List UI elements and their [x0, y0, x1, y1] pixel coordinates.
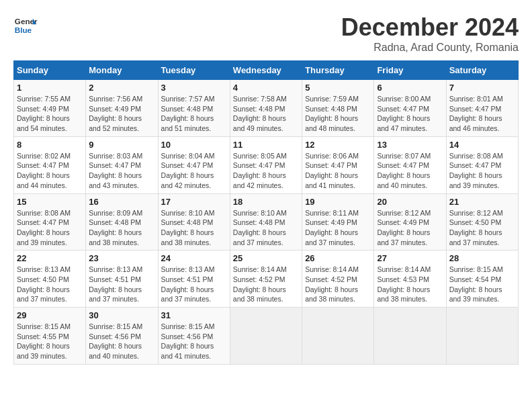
day-info: Sunrise: 8:06 AM Sunset: 4:47 PM Dayligh… [305, 151, 371, 191]
calendar-cell: 25Sunrise: 8:14 AM Sunset: 4:52 PM Dayli… [230, 250, 302, 308]
day-info: Sunrise: 8:15 AM Sunset: 4:56 PM Dayligh… [89, 322, 154, 361]
day-number: 29 [17, 310, 83, 320]
page-subtitle: Radna, Arad County, Romania [341, 42, 519, 54]
logo: General Blue [13, 13, 38, 38]
day-number: 16 [89, 197, 154, 207]
day-number: 10 [161, 140, 227, 150]
day-info: Sunrise: 7:58 AM Sunset: 4:48 PM Dayligh… [233, 94, 299, 134]
day-info: Sunrise: 8:14 AM Sunset: 4:52 PM Dayligh… [305, 265, 371, 304]
day-number: 3 [161, 83, 227, 93]
page-title: December 2024 [341, 13, 519, 42]
day-number: 17 [161, 197, 227, 207]
calendar-cell: 14Sunrise: 8:08 AM Sunset: 4:47 PM Dayli… [446, 136, 518, 193]
day-info: Sunrise: 8:08 AM Sunset: 4:47 PM Dayligh… [449, 151, 515, 191]
calendar-cell: 21Sunrise: 8:12 AM Sunset: 4:50 PM Dayli… [446, 193, 518, 250]
calendar-header-row: SundayMondayTuesdayWednesdayThursdayFrid… [14, 61, 519, 80]
day-info: Sunrise: 8:03 AM Sunset: 4:47 PM Dayligh… [89, 151, 154, 191]
logo-icon: General Blue [13, 13, 38, 38]
header-monday: Monday [86, 61, 158, 80]
day-number: 25 [233, 253, 299, 263]
day-number: 14 [449, 140, 515, 150]
day-info: Sunrise: 8:10 AM Sunset: 4:48 PM Dayligh… [233, 208, 299, 248]
day-info: Sunrise: 8:13 AM Sunset: 4:50 PM Dayligh… [17, 265, 83, 304]
calendar-week-5: 29Sunrise: 8:15 AM Sunset: 4:55 PM Dayli… [14, 308, 519, 365]
day-number: 11 [233, 140, 299, 150]
calendar-cell: 23Sunrise: 8:13 AM Sunset: 4:51 PM Dayli… [86, 250, 158, 308]
day-info: Sunrise: 8:04 AM Sunset: 4:47 PM Dayligh… [161, 151, 227, 191]
day-info: Sunrise: 8:12 AM Sunset: 4:49 PM Dayligh… [377, 208, 443, 248]
day-number: 4 [233, 83, 299, 93]
day-info: Sunrise: 8:10 AM Sunset: 4:48 PM Dayligh… [161, 208, 227, 248]
calendar-cell: 15Sunrise: 8:08 AM Sunset: 4:47 PM Dayli… [14, 193, 86, 250]
calendar-cell: 24Sunrise: 8:13 AM Sunset: 4:51 PM Dayli… [158, 250, 230, 308]
calendar-cell: 16Sunrise: 8:09 AM Sunset: 4:48 PM Dayli… [86, 193, 158, 250]
day-number: 24 [161, 253, 227, 263]
day-info: Sunrise: 7:57 AM Sunset: 4:48 PM Dayligh… [161, 94, 227, 134]
calendar-cell: 5Sunrise: 7:59 AM Sunset: 4:48 PM Daylig… [302, 80, 374, 137]
day-number: 20 [377, 197, 443, 207]
calendar-cell: 19Sunrise: 8:11 AM Sunset: 4:49 PM Dayli… [302, 193, 374, 250]
day-info: Sunrise: 8:12 AM Sunset: 4:50 PM Dayligh… [449, 208, 515, 248]
day-number: 7 [449, 83, 515, 93]
day-info: Sunrise: 8:14 AM Sunset: 4:52 PM Dayligh… [233, 265, 299, 304]
calendar-cell: 17Sunrise: 8:10 AM Sunset: 4:48 PM Dayli… [158, 193, 230, 250]
day-number: 5 [305, 83, 371, 93]
header-sunday: Sunday [14, 61, 86, 80]
calendar-cell: 9Sunrise: 8:03 AM Sunset: 4:47 PM Daylig… [86, 136, 158, 193]
day-info: Sunrise: 7:56 AM Sunset: 4:49 PM Dayligh… [89, 94, 154, 134]
day-info: Sunrise: 8:05 AM Sunset: 4:47 PM Dayligh… [233, 151, 299, 191]
day-number: 9 [89, 140, 154, 150]
header-wednesday: Wednesday [230, 61, 302, 80]
day-number: 21 [449, 197, 515, 207]
day-info: Sunrise: 8:15 AM Sunset: 4:54 PM Dayligh… [449, 265, 515, 304]
calendar-cell [230, 308, 302, 365]
calendar-week-3: 15Sunrise: 8:08 AM Sunset: 4:47 PM Dayli… [14, 193, 519, 250]
calendar-cell: 20Sunrise: 8:12 AM Sunset: 4:49 PM Dayli… [374, 193, 446, 250]
day-number: 19 [305, 197, 371, 207]
day-info: Sunrise: 8:08 AM Sunset: 4:47 PM Dayligh… [17, 208, 83, 248]
day-info: Sunrise: 8:13 AM Sunset: 4:51 PM Dayligh… [161, 265, 227, 304]
day-number: 8 [17, 140, 83, 150]
calendar-cell: 28Sunrise: 8:15 AM Sunset: 4:54 PM Dayli… [446, 250, 518, 308]
header-friday: Friday [374, 61, 446, 80]
page-header: General Blue December 2024 Radna, Arad C… [13, 13, 519, 54]
day-number: 31 [161, 310, 227, 320]
calendar-cell: 7Sunrise: 8:01 AM Sunset: 4:47 PM Daylig… [446, 80, 518, 137]
day-info: Sunrise: 8:13 AM Sunset: 4:51 PM Dayligh… [89, 265, 154, 304]
calendar-cell: 29Sunrise: 8:15 AM Sunset: 4:55 PM Dayli… [14, 308, 86, 365]
calendar-week-4: 22Sunrise: 8:13 AM Sunset: 4:50 PM Dayli… [14, 250, 519, 308]
calendar-cell [302, 308, 374, 365]
day-number: 30 [89, 310, 154, 320]
day-number: 26 [305, 253, 371, 263]
header-thursday: Thursday [302, 61, 374, 80]
svg-text:Blue: Blue [15, 26, 32, 34]
day-info: Sunrise: 8:09 AM Sunset: 4:48 PM Dayligh… [89, 208, 154, 248]
day-info: Sunrise: 8:14 AM Sunset: 4:53 PM Dayligh… [377, 265, 443, 304]
day-info: Sunrise: 8:15 AM Sunset: 4:56 PM Dayligh… [161, 322, 227, 361]
day-number: 1 [17, 83, 83, 93]
header-saturday: Saturday [446, 61, 518, 80]
calendar-week-2: 8Sunrise: 8:02 AM Sunset: 4:47 PM Daylig… [14, 136, 519, 193]
calendar-cell [446, 308, 518, 365]
calendar-cell: 6Sunrise: 8:00 AM Sunset: 4:47 PM Daylig… [374, 80, 446, 137]
day-info: Sunrise: 8:01 AM Sunset: 4:47 PM Dayligh… [449, 94, 515, 134]
day-info: Sunrise: 7:59 AM Sunset: 4:48 PM Dayligh… [305, 94, 371, 134]
calendar-cell: 10Sunrise: 8:04 AM Sunset: 4:47 PM Dayli… [158, 136, 230, 193]
day-number: 15 [17, 197, 83, 207]
calendar-cell: 3Sunrise: 7:57 AM Sunset: 4:48 PM Daylig… [158, 80, 230, 137]
calendar-cell: 13Sunrise: 8:07 AM Sunset: 4:47 PM Dayli… [374, 136, 446, 193]
calendar-cell [374, 308, 446, 365]
day-info: Sunrise: 8:11 AM Sunset: 4:49 PM Dayligh… [305, 208, 371, 248]
day-number: 18 [233, 197, 299, 207]
day-number: 12 [305, 140, 371, 150]
calendar-cell: 12Sunrise: 8:06 AM Sunset: 4:47 PM Dayli… [302, 136, 374, 193]
calendar-cell: 2Sunrise: 7:56 AM Sunset: 4:49 PM Daylig… [86, 80, 158, 137]
calendar-cell: 27Sunrise: 8:14 AM Sunset: 4:53 PM Dayli… [374, 250, 446, 308]
day-number: 13 [377, 140, 443, 150]
calendar-cell: 26Sunrise: 8:14 AM Sunset: 4:52 PM Dayli… [302, 250, 374, 308]
title-block: December 2024 Radna, Arad County, Romani… [341, 13, 519, 54]
day-number: 2 [89, 83, 154, 93]
day-info: Sunrise: 8:15 AM Sunset: 4:55 PM Dayligh… [17, 322, 83, 361]
calendar-cell: 1Sunrise: 7:55 AM Sunset: 4:49 PM Daylig… [14, 80, 86, 137]
day-number: 6 [377, 83, 443, 93]
